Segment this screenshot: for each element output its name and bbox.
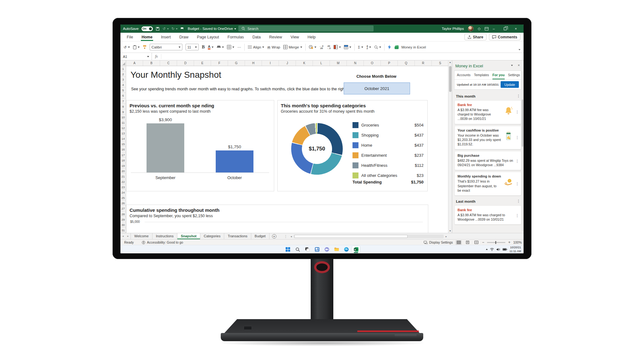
row-header-15[interactable]: 15 <box>120 141 126 147</box>
avatar[interactable] <box>468 26 474 31</box>
column-header-O[interactable]: O <box>364 60 381 66</box>
column-header-Q[interactable]: Q <box>398 60 415 66</box>
column-header-C[interactable]: C <box>160 60 177 66</box>
sheet-tab-snapshot[interactable]: Snapshot <box>177 233 200 239</box>
gem-icon[interactable]: ◇ <box>478 26 480 31</box>
horizontal-scrollbar[interactable] <box>294 234 444 238</box>
column-header-F[interactable]: F <box>211 60 228 66</box>
more-options-icon[interactable]: ⋮ <box>515 213 519 218</box>
page-break-view-button[interactable] <box>473 240 479 245</box>
more-commands-icon[interactable]: ⋯ <box>237 45 241 49</box>
column-header-I[interactable]: I <box>262 60 279 66</box>
zoom-slider[interactable] <box>487 242 505 243</box>
minimize-button[interactable]: – <box>493 27 500 31</box>
column-header-S[interactable]: S <box>432 60 448 66</box>
taskbar-start-button[interactable] <box>284 246 292 253</box>
column-header-K[interactable]: K <box>296 60 313 66</box>
name-box[interactable]: A1 <box>120 53 152 60</box>
menu-tab-page-layout[interactable]: Page Layout <box>196 33 219 41</box>
splitter-icon[interactable]: ⋮ <box>284 234 287 239</box>
ribbon-display-options-icon[interactable] <box>485 27 489 31</box>
money-in-excel-button[interactable]: Money in Excel <box>394 45 426 49</box>
more-options-icon[interactable]: ⋮ <box>515 135 519 140</box>
undo-icon[interactable]: ↺ <box>163 26 169 31</box>
row-header-26[interactable]: 26 <box>120 200 126 206</box>
increase-decimal-button[interactable]: ←.0.00 <box>319 45 324 49</box>
sheet-tab-budget[interactable]: Budget <box>251 233 269 239</box>
column-header-E[interactable]: E <box>194 60 211 66</box>
zoom-in-button[interactable]: + <box>508 240 510 245</box>
taskbar-explorer-button[interactable] <box>333 246 341 253</box>
scroll-up-icon[interactable]: ▲ <box>448 60 452 64</box>
row-header-10[interactable]: 10 <box>120 115 126 120</box>
font-name-select[interactable]: Calibri <box>150 44 182 50</box>
row-header-11[interactable]: 11 <box>120 120 126 125</box>
horizontal-scroll-thumb[interactable] <box>294 235 408 238</box>
conditional-formatting-button[interactable] <box>334 45 341 49</box>
tray-chevron-up-icon[interactable] <box>486 248 488 250</box>
month-selector[interactable]: October 2021 <box>344 82 410 94</box>
column-header-B[interactable]: B <box>143 60 160 66</box>
column-header-G[interactable]: G <box>228 60 245 66</box>
paste-button[interactable] <box>133 45 140 49</box>
row-header-27[interactable]: 27 <box>120 206 126 211</box>
format-painter-icon[interactable] <box>143 45 147 49</box>
row-header-23[interactable]: 23 <box>120 184 126 190</box>
row-header-18[interactable]: 18 <box>120 158 126 163</box>
more-options-icon[interactable]: ⋮ <box>515 159 519 163</box>
taskbar-chat-button[interactable] <box>323 246 331 253</box>
sort-filter-button[interactable]: AZ <box>366 45 371 49</box>
column-header-J[interactable]: J <box>279 60 296 66</box>
update-button[interactable]: Update <box>501 81 519 88</box>
sheet-tab-welcome[interactable]: Welcome <box>130 233 153 239</box>
format-as-table-button[interactable] <box>344 45 351 49</box>
close-button[interactable]: × <box>515 27 522 31</box>
analyze-data-icon[interactable] <box>388 45 391 49</box>
menu-tab-formulas[interactable]: Formulas <box>227 33 245 41</box>
row-header-2[interactable]: 2 <box>120 71 126 77</box>
sheet-tab-instructions[interactable]: Instructions <box>153 233 177 239</box>
pane-scrollbar[interactable] <box>522 71 523 232</box>
sheet-tab-transactions[interactable]: Transactions <box>224 233 251 239</box>
autosum-button[interactable]: Σ <box>358 45 363 49</box>
taskbar-widgets-button[interactable] <box>313 246 321 253</box>
more-options-icon[interactable]: ⋮ <box>515 110 519 114</box>
taskbar-taskview-button[interactable] <box>303 246 311 253</box>
merge-center-button[interactable]: Merge <box>283 45 302 49</box>
formula-input[interactable] <box>161 53 524 60</box>
pane-tab-templates[interactable]: Templates <box>474 73 489 79</box>
row-header-20[interactable]: 20 <box>120 168 126 174</box>
display-settings-button[interactable]: Display Settings <box>424 240 453 244</box>
number-format-button[interactable] <box>309 45 316 49</box>
bold-button[interactable]: B <box>202 45 205 50</box>
vertical-scrollbar[interactable]: ▲ ▼ <box>448 60 452 233</box>
autosave-toggle[interactable]: On <box>142 26 153 31</box>
more-options-icon[interactable]: ⋮ <box>517 94 520 98</box>
menu-tab-review[interactable]: Review <box>269 33 283 41</box>
row-header-13[interactable]: 13 <box>120 131 126 136</box>
vertical-scroll-thumb[interactable] <box>449 66 452 92</box>
more-options-icon[interactable]: ⋮ <box>515 182 519 186</box>
insert-function-icon[interactable]: fx <box>152 54 161 59</box>
new-sheet-button[interactable]: + <box>272 234 276 239</box>
sheet-canvas[interactable]: Your Monthly Snapshot See your spending … <box>126 66 448 233</box>
column-header-N[interactable]: N <box>347 60 364 66</box>
more-options-icon[interactable]: ⋮ <box>517 199 520 203</box>
row-header-16[interactable]: 16 <box>120 147 126 152</box>
battery-icon[interactable] <box>502 248 507 251</box>
row-header-3[interactable]: 3 <box>120 77 126 82</box>
row-header-21[interactable]: 21 <box>120 174 126 179</box>
row-header-7[interactable]: 7 <box>120 99 126 104</box>
share-button[interactable]: Share <box>464 34 486 40</box>
comments-button[interactable]: Comments <box>489 34 520 40</box>
row-header-12[interactable]: 12 <box>120 125 126 131</box>
sheet-tab-categories[interactable]: Categories <box>200 233 224 239</box>
column-header-A[interactable]: A <box>126 60 143 66</box>
taskbar-edge-button[interactable] <box>342 246 350 253</box>
zoom-level[interactable]: 100% <box>513 240 522 244</box>
menu-tab-file[interactable]: File <box>126 33 134 41</box>
row-header-4[interactable]: 4 <box>120 82 126 87</box>
font-color-button[interactable]: A <box>208 45 214 50</box>
taskbar-clock[interactable]: 10/20/21 11:11 AM <box>509 246 521 253</box>
scroll-down-icon[interactable]: ▼ <box>448 229 452 233</box>
